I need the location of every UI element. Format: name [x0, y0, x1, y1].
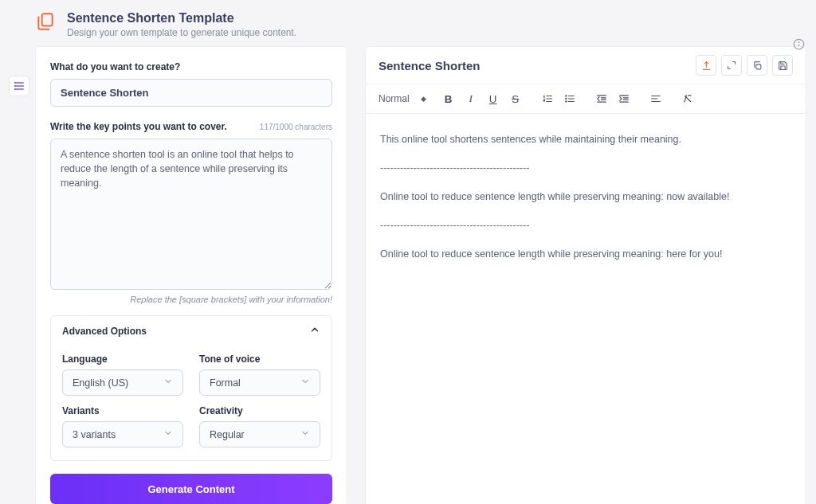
separator: ----------------------------------------…: [380, 217, 791, 233]
creativity-group: Creativity Regular: [199, 405, 320, 447]
editor-toolbar: Normal ◆ B I U S: [366, 84, 806, 114]
editor-topbar: Sentence Shorten: [366, 47, 806, 84]
creativity-select[interactable]: Regular: [199, 421, 320, 447]
outdent-button[interactable]: [592, 89, 611, 108]
advanced-toggle[interactable]: Advanced Options: [51, 316, 332, 346]
create-input[interactable]: [50, 79, 332, 107]
variants-group: Variants 3 variants: [62, 405, 183, 447]
page-title: Sentence Shorten Template: [67, 11, 296, 25]
points-label: Write the key points you want to cover.: [50, 121, 227, 132]
creativity-label: Creativity: [199, 405, 320, 416]
strike-button[interactable]: S: [506, 89, 525, 108]
advanced-title: Advanced Options: [62, 326, 147, 337]
advanced-options: Advanced Options Language English (US) T…: [50, 315, 332, 461]
chevron-up-icon: [309, 324, 320, 338]
format-select[interactable]: Normal ◆: [375, 91, 430, 107]
copy-button[interactable]: [747, 55, 767, 76]
variants-select[interactable]: 3 variants: [62, 421, 183, 447]
output-line: This online tool shortens sentences whil…: [380, 131, 791, 147]
ordered-list-button[interactable]: [538, 89, 557, 108]
info-icon[interactable]: [793, 38, 805, 53]
chevron-down-icon: [163, 377, 173, 389]
svg-point-8: [14, 86, 15, 87]
hint-text: Replace the [square brackets] with your …: [50, 295, 332, 304]
output-line: Online tool to reduce sentence length wh…: [380, 246, 791, 262]
points-textarea[interactable]: [50, 139, 332, 290]
language-group: Language English (US): [62, 354, 183, 396]
page-header: Sentence Shorten Template Design your ow…: [0, 0, 816, 46]
svg-point-17: [565, 96, 566, 96]
separator: ----------------------------------------…: [380, 160, 791, 176]
align-button[interactable]: [646, 89, 665, 108]
svg-point-19: [565, 101, 566, 102]
svg-point-9: [14, 89, 15, 90]
editor-panel: Sentence Shorten Normal ◆: [365, 46, 806, 504]
tone-group: Tone of voice Formal: [199, 354, 320, 396]
editor-content[interactable]: This online tool shortens sentences whil…: [366, 114, 806, 292]
unordered-list-button[interactable]: [560, 89, 579, 108]
svg-point-3: [798, 42, 799, 43]
expand-button[interactable]: [721, 55, 742, 76]
char-count: 117/1000 characters: [260, 123, 332, 131]
chevron-down-icon: [163, 428, 173, 440]
variants-label: Variants: [62, 405, 183, 416]
template-icon: [35, 11, 56, 32]
indent-button[interactable]: [614, 89, 634, 108]
page-subtitle: Design your own template to generate uni…: [67, 27, 296, 38]
output-line: Online tool to reduce sentence length wh…: [380, 189, 791, 205]
underline-button[interactable]: U: [484, 89, 503, 108]
clear-format-button[interactable]: [678, 89, 697, 108]
tone-select[interactable]: Formal: [199, 369, 320, 396]
tone-value: Formal: [210, 377, 241, 389]
svg-point-18: [565, 98, 566, 99]
language-label: Language: [62, 354, 183, 365]
svg-rect-0: [42, 14, 53, 25]
chevron-down-icon: [300, 377, 310, 389]
svg-rect-10: [755, 64, 760, 68]
variants-value: 3 variants: [73, 429, 116, 440]
bold-button[interactable]: B: [439, 89, 458, 108]
export-button[interactable]: [696, 55, 716, 76]
sidebar-toggle[interactable]: [9, 76, 29, 96]
language-value: English (US): [73, 377, 128, 389]
input-panel: What do you want to create? Write the ke…: [35, 46, 347, 504]
caret-icon: ◆: [421, 95, 426, 103]
generate-button[interactable]: Generate Content: [50, 474, 332, 504]
save-button[interactable]: [772, 55, 793, 76]
create-label: What do you want to create?: [50, 61, 332, 72]
creativity-value: Regular: [210, 429, 245, 440]
language-select[interactable]: English (US): [62, 369, 183, 396]
editor-title: Sentence Shorten: [379, 59, 481, 72]
tone-label: Tone of voice: [199, 354, 320, 365]
svg-point-7: [14, 83, 15, 84]
chevron-down-icon: [300, 428, 310, 440]
format-value: Normal: [379, 93, 410, 104]
italic-button[interactable]: I: [461, 89, 481, 108]
